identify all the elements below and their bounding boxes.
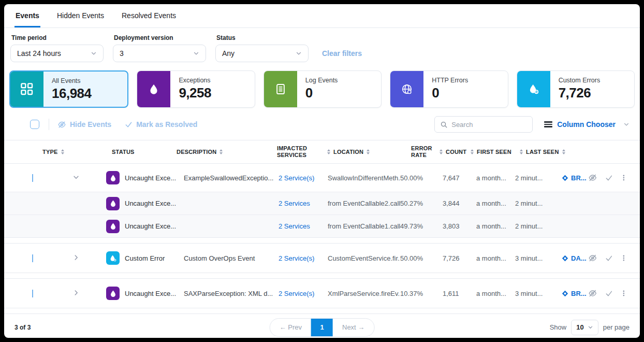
count-cell: 7,647 [435,174,466,182]
kebab-menu-icon[interactable] [620,254,627,262]
resolve-check-icon[interactable] [605,174,613,182]
description-cell: SAXParseException: XML d... [180,290,273,297]
card-label: Exceptions [179,77,211,84]
kebab-menu-icon[interactable] [620,290,627,297]
exception-type-icon [106,171,120,184]
tab-hidden-events[interactable]: Hidden Events [56,4,105,27]
location-cell: XmlParseService.fireEv... [320,290,400,297]
deployment-version-filter: Deployment version 3 [113,34,206,62]
last-seen-cell: 2 minut... [509,200,549,207]
error-rate-cell: 50.00% [400,174,435,182]
header-type[interactable]: TYPE [42,149,112,155]
column-chooser-button[interactable]: Column Chooser [544,120,630,129]
type-label: Uncaught Exce... [125,200,176,207]
services-link[interactable]: 2 Services [273,222,320,230]
hide-event-icon[interactable] [588,253,597,263]
hide-event-icon[interactable] [588,289,597,298]
error-rate-cell: 49.73% [400,222,435,230]
services-link[interactable]: 2 Service(s) [273,290,320,297]
tab-resolved-events[interactable]: Resolved Events [121,4,177,27]
header-error-rate: ERROR RATE [411,145,440,159]
card-label: Log Events [305,77,338,84]
tab-bar: Events Hidden Events Resolved Events [4,4,640,28]
card-http-errors[interactable]: HTTP Errors 0 [390,70,508,108]
count-cell: 3,803 [435,222,466,230]
flame-icon [137,71,170,107]
sort-icon[interactable] [61,149,64,154]
hide-event-icon[interactable] [588,173,597,182]
sort-icon[interactable] [367,149,370,154]
mark-resolved-button[interactable]: Mark as Resolved [125,120,197,129]
time-period-filter: Time period Last 24 hours [10,34,104,62]
chevron-down-icon [193,50,199,56]
ticket-link[interactable]: BR... [549,174,588,182]
card-value: 16,984 [52,86,92,102]
chevron-right-icon[interactable] [72,289,80,296]
search-input[interactable] [451,121,524,129]
row-checkbox[interactable] [32,174,33,182]
eye-slash-icon [57,120,66,129]
error-rate-cell: 10.37% [400,290,435,297]
sort-icon[interactable] [471,149,474,154]
card-label: Custom Errors [559,77,601,84]
header-last-seen[interactable]: LAST SEEN [520,149,565,155]
status-select[interactable]: Any [215,45,309,62]
header-first-seen[interactable]: FIRST SEEN [471,149,520,155]
ticket-link[interactable]: BR... [549,290,588,297]
ticket-link[interactable]: DA... [549,254,588,262]
table-subrow: Uncaught Exce... 2 Services from EventCa… [4,192,640,215]
select-all-checkbox[interactable] [30,120,39,129]
resolve-check-icon[interactable] [605,254,613,262]
sort-icon[interactable] [440,149,443,154]
table-row: Custom Error Custom OverOps Event 2 Serv… [4,244,640,273]
exception-type-icon [106,197,120,210]
time-period-select[interactable]: Last 24 hours [10,45,104,62]
hide-events-button[interactable]: Hide Events [57,120,111,129]
header-location[interactable]: LOCATION [327,149,411,155]
chevron-right-icon[interactable] [72,254,80,261]
search-box [434,116,533,133]
error-rate-cell: 50.00% [400,254,435,262]
jira-diamond-icon [562,175,568,181]
card-value: 9,258 [179,85,211,101]
card-custom-errors[interactable]: Custom Errors 7,726 [517,70,635,108]
kebab-menu-icon[interactable] [620,174,627,181]
check-icon [125,121,133,129]
sort-icon[interactable] [327,149,330,154]
page-size-select[interactable]: 10 [571,320,598,335]
exception-type-icon [106,287,120,300]
sort-icon[interactable] [562,149,565,154]
first-seen-cell: a month... [466,222,509,230]
count-cell: 1,611 [435,290,466,297]
card-value: 7,726 [559,85,601,101]
last-seen-cell: 2 minut... [509,174,549,182]
card-log-events[interactable]: Log Events 0 [264,70,382,108]
row-checkbox[interactable] [32,290,33,297]
deployment-version-select[interactable]: 3 [113,45,206,62]
card-all-events[interactable]: All Events 16,984 [9,70,128,108]
services-link[interactable]: 2 Service(s) [273,254,320,262]
jira-diamond-icon [562,255,568,262]
location-cell: from EventCallable2.call() [320,200,400,207]
prev-page-button[interactable]: ← Prev [270,319,311,336]
card-exceptions[interactable]: Exceptions 9,258 [137,70,255,108]
clear-filters-button[interactable]: Clear filters [322,49,362,58]
chevron-down-icon[interactable] [72,174,80,181]
current-page-button[interactable]: 1 [311,318,333,337]
sort-icon[interactable] [520,149,523,154]
status-filter: Status Any [215,34,309,62]
services-link[interactable]: 2 Services [273,200,320,207]
header-count[interactable]: COUNT [440,149,471,155]
sort-icon[interactable] [219,149,223,154]
row-checkbox[interactable] [32,254,33,262]
table-body: Uncaught Exce... ExampleSwallowedExcepti… [4,164,640,314]
location-cell: SwallowInDifferentMeth... [320,174,400,182]
header-description[interactable]: DESCRIPTION [177,149,277,155]
resolve-check-icon[interactable] [605,290,613,297]
time-period-label: Time period [11,34,104,41]
event-group: Custom Error Custom OverOps Event 2 Serv… [4,243,640,273]
tab-events[interactable]: Events [14,4,40,27]
next-page-button[interactable]: Next → [333,319,374,336]
first-seen-cell: a month... [466,254,509,262]
services-link[interactable]: 2 Service(s) [273,174,320,182]
